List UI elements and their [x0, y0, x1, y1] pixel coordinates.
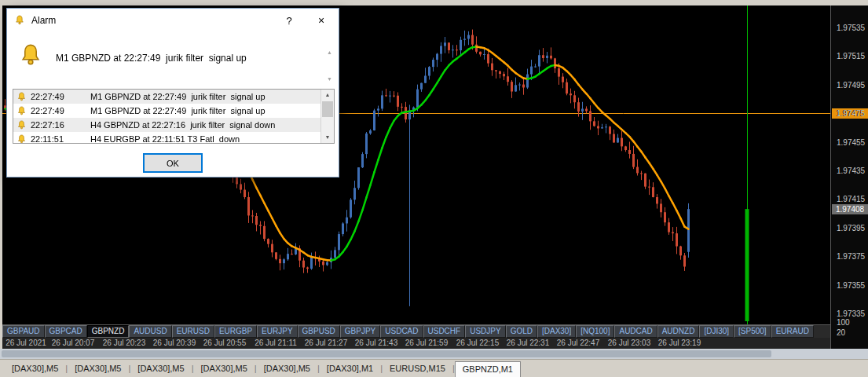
price-tick: 1.97415 [837, 195, 865, 203]
chart-tab-4[interactable]: [DAX30],M5 [257, 361, 317, 376]
scrollbar-thumb[interactable] [322, 101, 333, 117]
time-axis-label: 26 Jul 22:15 [456, 339, 500, 347]
price-tick: 1.97435 [837, 167, 865, 175]
chart-tab-1[interactable]: [DAX30],M5 [68, 361, 128, 376]
alarm-text: H4 GBPNZD at 22:27:16 jurik filter signa… [90, 120, 320, 130]
symbol-button-eurgbp[interactable]: EURGBP [214, 325, 257, 338]
alarm-time: 22:27:16 [31, 120, 90, 130]
time-axis-label: 26 Jul 21:59 [405, 339, 449, 347]
price-tick: 1.97475 [837, 109, 865, 118]
chart-tab-3[interactable]: [DAX30],M5 [194, 361, 255, 376]
alarm-list-row[interactable]: 22:11:51H4 EURGBP at 22:11:51 T3 Fatl do… [13, 132, 320, 143]
symbol-button-gbpjpy[interactable]: GBPJPY [340, 325, 380, 338]
symbol-button-eurusd[interactable]: EURUSD [172, 325, 214, 338]
alarm-text: H4 EURGBP at 22:11:51 T3 Fatl down [90, 134, 320, 143]
ok-button[interactable]: OK [144, 154, 202, 172]
time-axis-label: 26 Jul 21:43 [355, 339, 398, 347]
current-price-badge: 1.97408 [832, 204, 868, 214]
symbol-button-gold[interactable]: GOLD [506, 325, 537, 338]
volume-tick: 20 [837, 328, 845, 337]
alarm-list-scrollbar[interactable]: ▲ ▼ [320, 90, 334, 143]
message-scroll-up-icon[interactable]: ▲ [327, 49, 332, 55]
chart-tab-2[interactable]: [DAX30],M5 [130, 361, 191, 376]
price-axis[interactable]: 1.97475 1.97408 100 20 1.975351.975151.9… [830, 5, 868, 349]
symbol-button-dji30[interactable]: [DJI30] [699, 325, 734, 338]
alarm-time: 22:27:49 [31, 106, 90, 115]
price-tick: 1.97495 [837, 81, 865, 90]
price-tick: 1.97355 [837, 281, 865, 290]
metatrader-window: 1.97475 1.97408 100 20 1.975351.975151.9… [0, 0, 868, 377]
alarm-dialog: Alarm ? × M1 GBPNZD at 22:27:49 jurik fi… [6, 8, 339, 178]
symbol-button-usdcad[interactable]: USDCAD [380, 325, 423, 338]
symbol-button-gbpnzd[interactable]: GBPNZD [87, 325, 130, 338]
alarm-list-rows: 22:27:49M1 GBPNZD at 22:27:49 jurik filt… [13, 90, 320, 143]
symbol-button-euraud[interactable]: EURAUD [771, 325, 814, 338]
symbol-overview-bar: GBPAUDGBPCADGBPNZDAUDUSDEURUSDEURGBPEURJ… [2, 324, 830, 338]
symbol-button-gbpaud[interactable]: GBPAUD [2, 325, 45, 338]
symbol-button-eurjpy[interactable]: EURJPY [257, 325, 297, 338]
symbol-button-nq100[interactable]: [NQ100] [576, 325, 614, 338]
bell-icon [16, 120, 27, 130]
bell-icon [14, 15, 25, 26]
chart-tab-7[interactable]: GBPNZD,M1 [455, 361, 521, 377]
price-tick: 1.97515 [837, 52, 865, 60]
dialog-title: Alarm [31, 15, 56, 26]
alarm-list: 22:27:49M1 GBPNZD at 22:27:49 jurik filt… [13, 89, 335, 144]
bell-icon [16, 92, 27, 102]
time-axis-label: 26 Jul 22:31 [507, 339, 550, 347]
close-icon[interactable]: × [304, 9, 339, 31]
chart-tab-bar: [DAX30],M5|[DAX30],M5|[DAX30],M5|[DAX30]… [0, 359, 868, 377]
symbol-button-dax30[interactable]: [DAX30] [537, 325, 576, 338]
scroll-down-icon[interactable]: ▼ [321, 132, 334, 143]
symbol-button-audusd[interactable]: AUDUSD [129, 325, 171, 338]
alarm-list-row[interactable]: 22:27:49M1 GBPNZD at 22:27:49 jurik filt… [13, 104, 320, 118]
alarm-text: M1 GBPNZD at 22:27:49 jurik filter signa… [90, 92, 320, 101]
time-axis-label: 26 Jul 20:07 [52, 339, 95, 347]
horizontal-scrollbar-thumb[interactable] [2, 350, 771, 357]
symbol-button-usdjpy[interactable]: USDJPY [465, 325, 505, 338]
time-axis-label: 26 Jul 20:55 [203, 339, 247, 347]
price-tick: 1.97455 [837, 138, 865, 147]
chart-tab-5[interactable]: [DAX30],M1 [320, 361, 380, 376]
time-axis[interactable]: 26 Jul 202126 Jul 20:0726 Jul 20:2326 Ju… [2, 338, 830, 349]
symbol-button-gbpcad[interactable]: GBPCAD [45, 325, 87, 338]
symbol-button-audnzd[interactable]: AUDNZD [657, 325, 700, 338]
alarm-time: 22:11:51 [31, 134, 90, 143]
price-tick: 1.97375 [837, 252, 865, 261]
price-tick: 1.97335 [837, 309, 865, 318]
chart-tab-6[interactable]: EURUSD,M15 [383, 361, 452, 376]
alarm-list-row[interactable]: 22:27:49M1 GBPNZD at 22:27:49 jurik filt… [13, 90, 320, 104]
alarm-list-row[interactable]: 22:27:16H4 GBPNZD at 22:27:16 jurik filt… [13, 118, 320, 132]
bell-icon [16, 106, 27, 116]
time-axis-label: 26 Jul 20:39 [153, 339, 196, 347]
price-tick: 1.97535 [837, 24, 865, 32]
chart-tab-0[interactable]: [DAX30],M5 [5, 361, 65, 376]
symbol-button-audcad[interactable]: AUDCAD [614, 325, 657, 338]
time-axis-label: 26 Jul 2021 [5, 339, 46, 347]
alarm-dialog-titlebar[interactable]: Alarm ? × [7, 9, 339, 32]
symbol-button-usdchf[interactable]: USDCHF [423, 325, 466, 338]
chart-tab-strip: [DAX30],M5|[DAX30],M5|[DAX30],M5|[DAX30]… [0, 360, 868, 377]
scroll-up-icon[interactable]: ▲ [321, 90, 334, 101]
time-axis-label: 26 Jul 21:27 [305, 339, 348, 347]
horizontal-scrollbar[interactable] [0, 349, 868, 359]
time-axis-label: 26 Jul 22:47 [557, 339, 600, 347]
time-axis-label: 26 Jul 20:23 [103, 339, 146, 347]
alarm-message: M1 GBPNZD at 22:27:49 jurik filter signa… [56, 53, 247, 64]
bell-icon [16, 134, 27, 144]
symbol-button-sp500[interactable]: [SP500] [734, 325, 771, 338]
message-scroll-down-icon[interactable]: ▼ [327, 76, 332, 82]
price-tick: 1.97395 [837, 224, 865, 232]
time-axis-label: 26 Jul 23:03 [608, 339, 651, 347]
help-button[interactable]: ? [274, 9, 304, 31]
alarm-time: 22:27:49 [31, 92, 90, 101]
time-axis-label: 26 Jul 23:19 [658, 339, 701, 347]
alarm-text: M1 GBPNZD at 22:27:49 jurik filter signa… [90, 106, 320, 115]
volume-tick: 100 [837, 318, 850, 327]
bell-icon [18, 43, 43, 68]
time-axis-label: 26 Jul 21:11 [255, 339, 297, 347]
symbol-button-gbpusd[interactable]: GBPUSD [298, 325, 340, 338]
